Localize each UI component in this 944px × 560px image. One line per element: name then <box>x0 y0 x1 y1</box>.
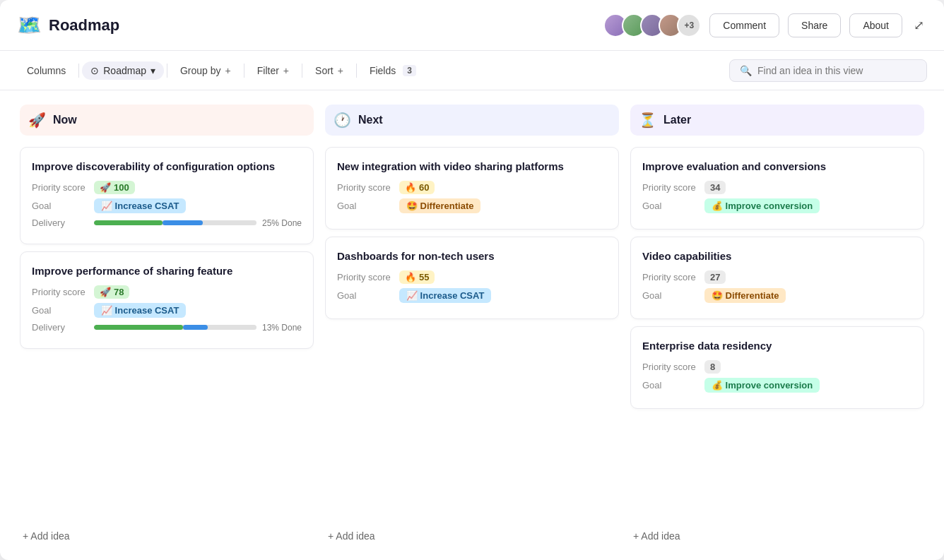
card-title: Enterprise data residency <box>642 338 912 353</box>
goal-label: Goal <box>642 380 699 391</box>
search-icon: 🔍 <box>740 65 752 76</box>
goal-row: Goal 💰 Improve conversion <box>642 198 912 213</box>
progress-text: 25% Done <box>262 218 302 228</box>
search-box[interactable]: 🔍 <box>729 59 927 82</box>
card-later-1[interactable]: Video capabilities Priority score 27 Goa… <box>630 237 924 319</box>
goal-label: Goal <box>642 290 699 301</box>
goal-badge: 📈 Increase CSAT <box>94 198 186 213</box>
add-idea-now[interactable]: + Add idea <box>20 526 314 546</box>
toolbar-divider-2 <box>167 64 167 78</box>
goal-row: Goal 🤩 Differentiate <box>642 288 912 303</box>
about-button[interactable]: About <box>849 13 902 37</box>
goal-row: Goal 💰 Improve conversion <box>642 378 912 393</box>
fields-item[interactable]: Fields 3 <box>360 61 426 81</box>
col-title-next: Next <box>358 114 383 126</box>
add-idea-later[interactable]: + Add idea <box>630 526 924 546</box>
header: 🗺️ Roadmap +3 Comment Share About ⤢ <box>0 0 944 51</box>
fields-count-badge: 3 <box>403 65 416 76</box>
add-idea-next[interactable]: + Add idea <box>325 526 619 546</box>
column-header-next: 🕐 Next <box>325 105 619 136</box>
priority-badge: 🔥60 <box>399 181 435 194</box>
columns-item[interactable]: Columns <box>17 61 76 81</box>
roadmap-selector[interactable]: ⊙ Roadmap ▾ <box>82 61 164 80</box>
col-title-later: Later <box>663 114 691 126</box>
priority-row: Priority score 🚀78 <box>32 285 302 299</box>
column-header-later: ⏳ Later <box>630 105 924 136</box>
priority-row: Priority score 27 <box>642 270 912 284</box>
sort-plus-icon: + <box>338 65 343 76</box>
priority-row: Priority score 34 <box>642 181 912 194</box>
app-window: 🗺️ Roadmap +3 Comment Share About ⤢ Colu… <box>0 0 944 560</box>
card-later-2[interactable]: Enterprise data residency Priority score… <box>630 326 924 409</box>
card-now-1[interactable]: Improve performance of sharing feature P… <box>20 251 314 349</box>
card-title: Video capabilities <box>642 249 912 263</box>
column-next: 🕐 Next New integration with video sharin… <box>319 105 625 546</box>
progress-bar <box>94 220 256 225</box>
card-next-0[interactable]: New integration with video sharing platf… <box>325 147 619 230</box>
goal-badge: 🤩 Differentiate <box>704 288 786 303</box>
card-now-0[interactable]: Improve discoverability of configuration… <box>20 147 314 244</box>
filter-label: Filter <box>257 65 279 76</box>
cards-area-now: Improve discoverability of configuration… <box>20 147 314 518</box>
column-now: 🚀 Now Improve discoverability of configu… <box>14 105 319 546</box>
col-emoji-later: ⏳ <box>639 112 656 129</box>
toolbar-divider-5 <box>356 64 357 78</box>
sort-label: Sort <box>315 65 334 76</box>
check-circle-icon: ⊙ <box>90 65 99 76</box>
column-header-now: 🚀 Now <box>20 105 314 136</box>
goal-label: Goal <box>337 201 394 211</box>
filter-plus-icon: + <box>283 65 289 76</box>
card-title: Dashboards for non-tech users <box>337 249 607 263</box>
card-later-0[interactable]: Improve evaluation and conversions Prior… <box>630 147 924 230</box>
goal-row: Goal 📈 Increase CSAT <box>32 198 302 213</box>
avatar-more[interactable]: +3 <box>677 13 701 37</box>
col-title-now: Now <box>53 114 77 126</box>
col-emoji-next: 🕐 <box>334 112 351 129</box>
toolbar-divider-4 <box>302 64 302 78</box>
kanban-board: 🚀 Now Improve discoverability of configu… <box>0 90 944 560</box>
roadmap-label: Roadmap <box>103 65 146 76</box>
delivery-row: Delivery 13% Done <box>32 322 302 333</box>
priority-badge: 🚀100 <box>94 181 135 194</box>
goal-row: Goal 📈 Increase CSAT <box>337 288 607 303</box>
filter-item[interactable]: Filter + <box>247 61 299 81</box>
priority-badge: 🔥55 <box>399 270 435 284</box>
goal-row: Goal 📈 Increase CSAT <box>32 303 302 318</box>
goal-badge: 📈 Increase CSAT <box>94 303 186 318</box>
group-by-item[interactable]: Group by + <box>170 61 241 81</box>
avatars-group: +3 <box>603 13 701 37</box>
priority-label: Priority score <box>32 287 88 297</box>
expand-button[interactable]: ⤢ <box>911 15 927 36</box>
progress-text: 13% Done <box>262 323 302 333</box>
priority-label: Priority score <box>642 272 699 282</box>
cards-area-next: New integration with video sharing platf… <box>325 147 619 518</box>
search-input[interactable] <box>757 65 916 76</box>
priority-label: Priority score <box>337 272 394 282</box>
goal-badge: 💰 Improve conversion <box>704 378 820 393</box>
share-button[interactable]: Share <box>788 13 841 37</box>
card-title: New integration with video sharing platf… <box>337 159 607 174</box>
delivery-label: Delivery <box>32 322 88 333</box>
priority-row: Priority score 8 <box>642 360 912 374</box>
toolbar-divider-3 <box>244 64 244 78</box>
goal-label: Goal <box>32 305 88 316</box>
chevron-down-icon: ▾ <box>151 65 155 76</box>
priority-label: Priority score <box>32 182 88 193</box>
sort-item[interactable]: Sort + <box>305 61 353 81</box>
comment-button[interactable]: Comment <box>709 13 779 37</box>
toolbar: Columns ⊙ Roadmap ▾ Group by + Filter + … <box>0 51 944 90</box>
delivery-label: Delivery <box>32 218 88 228</box>
delivery-row: Delivery 25% Done <box>32 218 302 228</box>
toolbar-divider-1 <box>78 64 79 78</box>
priority-row: Priority score 🔥60 <box>337 181 607 194</box>
priority-badge: 34 <box>704 181 726 194</box>
card-next-1[interactable]: Dashboards for non-tech users Priority s… <box>325 237 619 319</box>
card-title: Improve discoverability of configuration… <box>32 159 302 174</box>
priority-label: Priority score <box>337 182 394 193</box>
goal-badge: 🤩 Differentiate <box>399 198 480 213</box>
fields-label: Fields <box>370 65 396 76</box>
header-left: 🗺️ Roadmap <box>17 13 119 37</box>
cards-area-later: Improve evaluation and conversions Prior… <box>630 147 924 518</box>
priority-label: Priority score <box>642 362 699 372</box>
priority-row: Priority score 🚀100 <box>32 181 302 194</box>
